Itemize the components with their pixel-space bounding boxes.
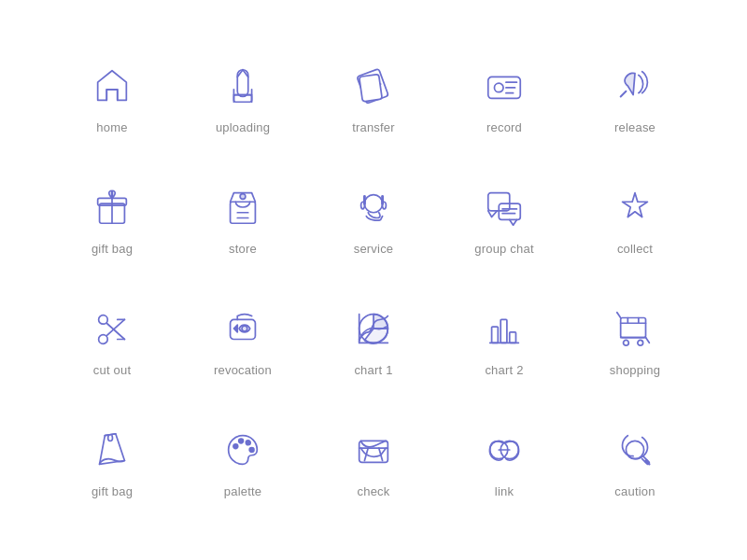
svg-point-24 [364,194,382,212]
gift-bag-1-icon [89,184,135,231]
group-chat-icon [481,184,528,231]
icon-cell-chart-1: chart 1 [308,280,439,401]
transfer-label: transfer [352,120,395,134]
icon-grid: home uploading t [28,19,719,541]
svg-point-54 [239,439,244,443]
svg-point-53 [233,443,238,448]
link-icon [481,427,528,473]
icon-cell-store: store [177,159,308,280]
icon-cell-gift-bag-2: gift bag [47,401,177,523]
svg-point-13 [494,83,503,92]
svg-point-56 [249,447,254,452]
service-icon [350,184,397,231]
svg-line-52 [105,433,116,435]
icon-cell-release: release [570,37,700,159]
release-label: release [614,120,655,134]
icon-cell-link: link [439,401,570,523]
shopping-label: shopping [610,363,660,377]
icon-cell-collect: collect [570,159,700,280]
svg-rect-42 [500,319,507,343]
icon-cell-cut-out: cut out [47,280,177,401]
icon-cell-revocation: revocation [177,280,308,401]
svg-line-34 [106,323,124,339]
svg-point-23 [240,193,246,199]
chart-1-label: chart 1 [354,363,392,377]
icon-cell-transfer: transfer [308,37,439,159]
gift-bag-1-label: gift bag [92,242,133,256]
icon-cell-home: home [47,37,177,159]
svg-point-38 [242,326,247,331]
svg-point-26 [383,202,387,209]
home-label: home [96,120,127,134]
icon-cell-caution: caution [570,401,700,523]
revocation-icon [219,305,266,352]
svg-point-61 [626,441,643,458]
record-label: record [486,120,522,134]
uploading-icon [219,63,266,109]
svg-rect-44 [621,317,646,337]
icon-cell-gift-bag-1: gift bag [47,159,177,280]
uploading-label: uploading [216,120,270,134]
icon-cell-uploading: uploading [177,37,308,159]
svg-point-55 [246,440,250,444]
svg-rect-41 [492,327,499,343]
gift-bag-2-label: gift bag [92,484,133,498]
cut-out-label: cut out [93,363,131,377]
chart-2-label: chart 2 [485,363,523,377]
chart-1-icon [350,305,397,352]
icon-cell-group-chat: group chat [439,159,570,280]
transfer-icon [350,63,397,109]
release-icon [612,63,658,109]
link-label: link [495,484,514,498]
caution-icon [612,427,658,473]
palette-label: palette [224,484,261,498]
icon-cell-shopping: shopping [570,280,700,401]
icon-cell-chart-2: chart 2 [439,280,570,401]
svg-rect-11 [359,74,383,102]
svg-line-33 [106,319,124,335]
svg-point-25 [361,202,365,209]
caution-label: caution [614,484,655,498]
check-label: check [358,484,390,498]
home-icon [89,63,135,109]
check-icon [350,427,397,473]
collect-icon [612,184,658,231]
svg-point-48 [624,340,629,345]
service-label: service [354,242,394,256]
palette-icon [219,427,266,473]
svg-line-51 [646,337,650,343]
svg-rect-43 [510,331,516,343]
collect-label: collect [617,242,653,256]
icon-cell-service: service [308,159,439,280]
icon-cell-palette: palette [177,401,308,523]
revocation-label: revocation [214,363,272,377]
icon-cell-record: record [439,37,570,159]
group-chat-label: group chat [474,242,533,256]
chart-2-icon [481,305,528,352]
cut-out-icon [89,305,135,352]
gift-bag-2-icon [89,427,135,473]
store-icon [219,184,266,231]
shopping-icon [612,305,658,352]
record-icon [481,63,528,109]
store-label: store [229,242,257,256]
svg-point-49 [638,340,643,345]
icon-cell-check: check [308,401,439,523]
